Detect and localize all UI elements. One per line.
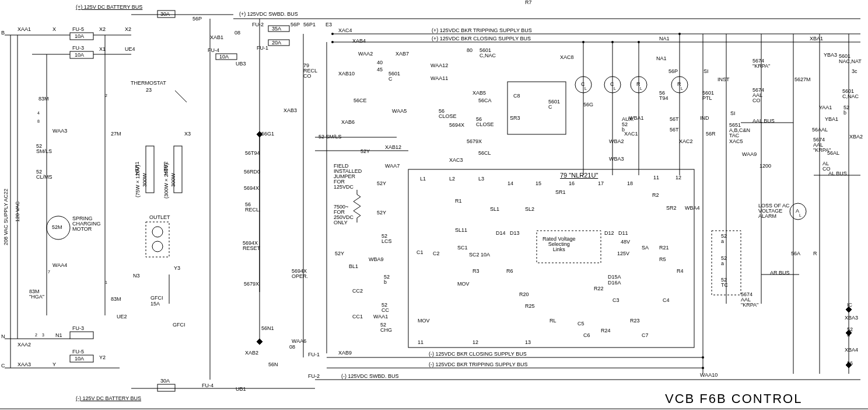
- d15a: D15A: [608, 275, 621, 280]
- bl1: BL1: [349, 264, 358, 269]
- r3: R3: [473, 269, 480, 274]
- node-b: B: [1, 30, 5, 36]
- d14: D14: [496, 231, 506, 236]
- 52-smls: 52 SM/LS: [36, 144, 52, 154]
- 83m-hga: 83M "HGA": [29, 289, 44, 300]
- pin2: 2: [35, 333, 37, 337]
- 52lcs: 52 LCS: [382, 234, 392, 244]
- svg-point-72: [611, 41, 614, 43]
- rl-coil: RL: [550, 318, 556, 324]
- waa3: WAA3: [52, 128, 67, 134]
- c80: 80: [467, 48, 473, 53]
- waa7: WAA7: [385, 164, 400, 169]
- thermostat: THERMOSTAT: [131, 81, 166, 86]
- svg-point-31: [152, 227, 163, 237]
- xab2: XAB2: [245, 350, 258, 356]
- node-n: N: [1, 334, 5, 339]
- htr2-rating: (300W × 240V): [164, 163, 169, 199]
- drawing-title: VCB F6B CONTROL: [665, 392, 802, 405]
- sl2: SL2: [525, 207, 534, 212]
- svg-point-76: [702, 367, 704, 369]
- waa2: WAA2: [358, 51, 373, 57]
- xac4: XAC4: [338, 28, 352, 33]
- bot30a: 30A: [160, 378, 170, 384]
- d13: D13: [510, 231, 520, 236]
- 52y-b: 52Y: [377, 181, 386, 186]
- fu1-rating: 20A: [272, 40, 281, 46]
- mov2: MOV: [418, 318, 430, 324]
- 56p1: 56P1: [303, 22, 316, 27]
- xab10: XAB10: [338, 71, 355, 77]
- xba2: XBA2: [849, 134, 863, 140]
- pin4: 4: [37, 111, 40, 115]
- inst: INST: [718, 77, 730, 82]
- o8b: 08: [289, 345, 295, 350]
- 56a: 56A: [791, 251, 800, 256]
- y3: Y3: [174, 266, 180, 271]
- wba9: WBA9: [369, 257, 384, 262]
- pin2b: 2: [105, 93, 107, 98]
- ue2: UE2: [117, 314, 127, 319]
- 52-clms: 52 CL/MS: [36, 169, 52, 180]
- ub1: UB1: [236, 387, 246, 392]
- sa: SA: [642, 245, 649, 251]
- 56n: 56N: [268, 362, 278, 367]
- outlet: OUTLET: [149, 215, 170, 220]
- waa12: WAA12: [430, 63, 448, 68]
- 52tc: 52 TC: [721, 277, 728, 288]
- rl-sub2: L: [681, 86, 683, 91]
- xab7: XAB7: [396, 51, 409, 57]
- yaa1: YAA1: [819, 105, 832, 110]
- 5694x-reset: 5694X RESET: [243, 241, 260, 251]
- 5601nacnat: 5601 NAC,NAT: [839, 54, 862, 64]
- p18: 18: [627, 181, 633, 186]
- 56p-b: 56P: [290, 22, 300, 27]
- node-x2b: X2: [125, 27, 131, 32]
- svg-point-69: [331, 33, 334, 35]
- wba2: WBA2: [609, 139, 624, 144]
- 7500-note: 7500~ FOR 250VDC ONLY: [334, 204, 354, 225]
- c5: C5: [578, 321, 584, 326]
- aux52b: AUX. 52 b: [622, 117, 634, 133]
- 56aal: 56AAL: [812, 127, 828, 133]
- 79-recl-co: 79 RECL CO: [303, 63, 317, 79]
- bus-ar: AR BUS: [770, 270, 790, 276]
- gfci: GFCI: [150, 296, 163, 301]
- fu4: FU-4: [208, 48, 219, 53]
- fu5b: FU-5: [72, 349, 84, 355]
- node-x2: X2: [99, 27, 106, 32]
- 56r: 56R: [706, 131, 716, 137]
- xac2: XAC2: [679, 139, 693, 144]
- ic-tp: IC: [847, 303, 852, 308]
- svg-point-74: [678, 33, 681, 35]
- xba1: XBA1: [810, 36, 823, 41]
- svg-point-75: [702, 356, 704, 359]
- fu3-rating: 10A: [75, 53, 84, 58]
- 56g1: 56G1: [261, 131, 274, 137]
- r5: R5: [659, 257, 666, 262]
- p16: 16: [569, 181, 575, 186]
- xab1: XAB1: [210, 35, 223, 40]
- c45: 45: [377, 67, 383, 72]
- xab12: XAB12: [385, 145, 401, 150]
- 48v: 48V: [621, 239, 630, 245]
- p13b: 13: [525, 340, 531, 345]
- fu5: FU-5: [72, 27, 84, 32]
- xaa1: XAA1: [18, 27, 31, 32]
- rated-voltage-box: Rated Voltage Selecting Links: [542, 237, 576, 252]
- 56ca: 56CA: [478, 98, 492, 103]
- svg-point-71: [582, 41, 584, 43]
- 56t: 56T: [670, 117, 679, 122]
- xab3: XAB3: [284, 108, 297, 113]
- sc2: SC2: [469, 252, 480, 258]
- xab6: XAB6: [341, 120, 355, 125]
- waa11: WAA11: [430, 76, 448, 81]
- 27m: 27M: [111, 131, 121, 137]
- node-x: X: [52, 27, 56, 32]
- schematic-page: VCB F6B CONTROL (+) 125V DC BATTERY BUS …: [0, 0, 868, 410]
- yba3: YBA3: [824, 53, 837, 58]
- xba3: XBA3: [845, 315, 858, 321]
- si: SI: [704, 69, 709, 74]
- c1: C1: [416, 250, 424, 255]
- r7: R7: [525, 0, 532, 5]
